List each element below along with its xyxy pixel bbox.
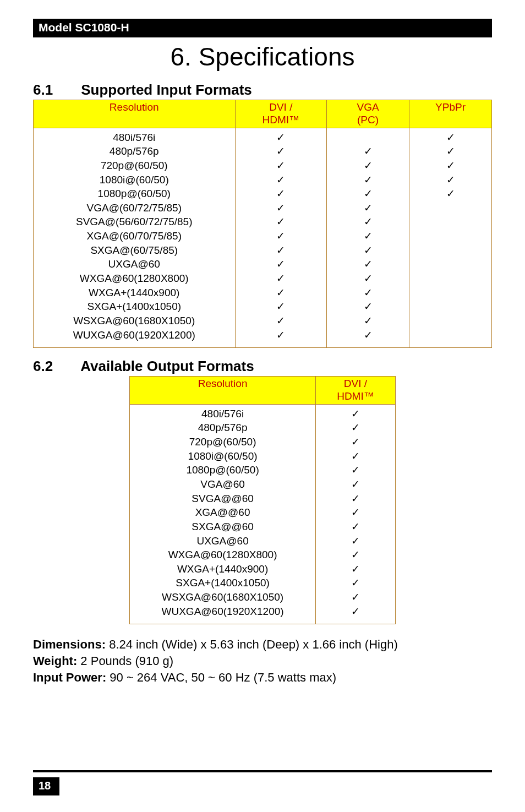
spec-body-text: Dimensions: 8.24 inch (Wide) x 5.63 inch…: [33, 636, 492, 685]
section-heading-6-2: 6.2 Available Output Formats: [33, 358, 492, 375]
section-number: 6.1: [33, 81, 77, 99]
weight-label: Weight:: [33, 654, 77, 668]
col-header-dvi: DVI / HDMI™: [235, 100, 327, 128]
section-number: 6.2: [33, 358, 77, 375]
section-heading-6-1: 6.1 Supported Input Formats: [33, 81, 492, 99]
input-vga-cell: ✓✓✓✓✓✓✓✓✓✓✓✓✓✓✓: [327, 128, 409, 348]
output-dvi-cell: ✓✓✓✓✓✓✓✓✓✓✓✓✓✓✓: [316, 404, 396, 624]
weight-value: 2 Pounds (910 g): [77, 654, 173, 668]
model-bar: Model SC1080-H: [33, 19, 492, 37]
col-header-dvi-line1: DVI /: [269, 101, 292, 113]
page: Model SC1080-H 6. Specifications 6.1 Sup…: [0, 0, 525, 812]
input-formats-table: Resolution DVI / HDMI™ VGA (PC) YPbPr 48…: [33, 100, 492, 348]
chapter-title: 6. Specifications: [33, 42, 492, 72]
section-title: Available Output Formats: [80, 358, 254, 374]
col-header-vga-line2: (PC): [357, 114, 379, 126]
dimensions-value: 8.24 inch (Wide) x 5.63 inch (Deep) x 1.…: [106, 637, 398, 651]
output-formats-table: Resolution DVI / HDMI™ 480i/576i480p/576…: [129, 376, 396, 624]
col-header-vga: VGA (PC): [327, 100, 409, 128]
footer-divider: [33, 770, 492, 772]
col-header-ypbpr: YPbPr: [409, 100, 492, 128]
page-number: 18: [33, 777, 59, 795]
col-header-vga-line1: VGA: [357, 101, 379, 113]
power-value: 90 ~ 264 VAC, 50 ~ 60 Hz (7.5 watts max): [106, 671, 336, 684]
output-res-cell: 480i/576i480p/576p720p@(60/50)1080i@(60/…: [130, 404, 316, 624]
section-title: Supported Input Formats: [81, 81, 252, 98]
dimensions-label: Dimensions:: [33, 637, 106, 651]
col-header-dvi-line2: HDMI™: [262, 114, 300, 126]
col-header-dvi-line1: DVI /: [344, 378, 367, 389]
power-label: Input Power:: [33, 671, 106, 684]
col-header-resolution: Resolution: [34, 100, 236, 128]
input-ypbpr-cell: ✓✓✓✓✓✓✓✓✓✓✓✓✓✓✓: [409, 128, 492, 348]
col-header-dvi: DVI / HDMI™: [316, 377, 396, 405]
col-header-dvi-line2: HDMI™: [337, 390, 374, 402]
input-dvi-cell: ✓✓✓✓✓✓✓✓✓✓✓✓✓✓✓: [235, 128, 327, 348]
col-header-resolution: Resolution: [130, 377, 316, 405]
input-res-cell: 480i/576i480p/576p720p@(60/50)1080i@(60/…: [34, 128, 236, 348]
